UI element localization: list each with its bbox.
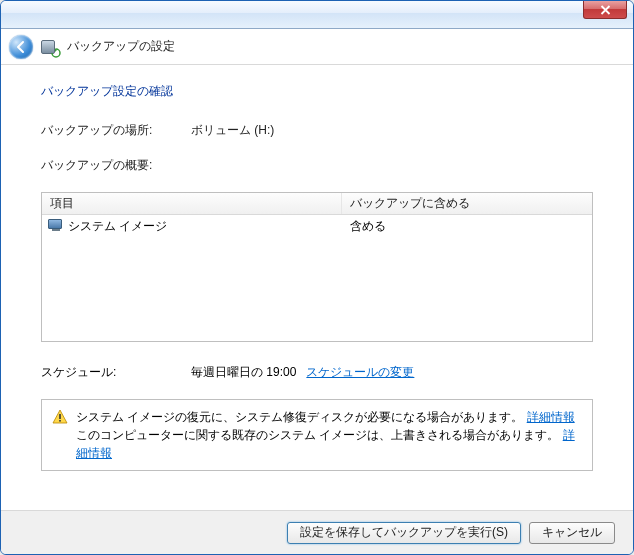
row-item-include: 含める (342, 218, 592, 235)
system-image-icon (48, 219, 64, 233)
schedule-row: スケジュール: 毎週日曜日の 19:00 スケジュールの変更 (41, 364, 593, 381)
warning-line2: このコンピューターに関する既存のシステム イメージは、上書きされる場合があります… (76, 428, 559, 442)
titlebar (1, 1, 633, 29)
close-icon (600, 5, 611, 15)
header-title: バックアップの設定 (67, 38, 175, 55)
backup-icon (41, 38, 59, 56)
location-value: ボリューム (H:) (191, 122, 274, 139)
warning-link-1[interactable]: 詳細情報 (527, 410, 575, 424)
warning-line1: システム イメージの復元に、システム修復ディスクが必要になる場合があります。 (76, 410, 523, 424)
warning-text: システム イメージの復元に、システム修復ディスクが必要になる場合があります。 詳… (76, 408, 582, 462)
warning-box: システム イメージの復元に、システム修復ディスクが必要になる場合があります。 詳… (41, 399, 593, 471)
column-header-item[interactable]: 項目 (42, 193, 342, 214)
column-header-include[interactable]: バックアップに含める (342, 195, 592, 212)
location-label: バックアップの場所: (41, 122, 191, 139)
dialog-window: バックアップの設定 バックアップ設定の確認 バックアップの場所: ボリューム (… (0, 0, 634, 555)
svg-rect-0 (59, 414, 61, 419)
back-button[interactable] (9, 35, 33, 59)
row-item-name: システム イメージ (68, 218, 167, 235)
warning-icon (52, 409, 68, 425)
summary-label: バックアップの概要: (41, 157, 191, 174)
content-area: バックアップ設定の確認 バックアップの場所: ボリューム (H:) バックアップ… (1, 65, 633, 471)
cancel-button[interactable]: キャンセル (529, 522, 615, 544)
back-arrow-icon (14, 40, 28, 54)
change-schedule-link[interactable]: スケジュールの変更 (306, 364, 414, 381)
backup-location-row: バックアップの場所: ボリューム (H:) (41, 122, 593, 139)
summary-label-row: バックアップの概要: (41, 157, 593, 174)
list-header: 項目 バックアップに含める (42, 193, 592, 215)
close-button[interactable] (583, 1, 627, 19)
header-bar: バックアップの設定 (1, 29, 633, 65)
footer: 設定を保存してバックアップを実行(S) キャンセル (1, 510, 633, 554)
svg-rect-1 (59, 420, 61, 422)
section-title: バックアップ設定の確認 (41, 83, 593, 100)
summary-list: 項目 バックアップに含める システム イメージ 含める (41, 192, 593, 342)
table-row[interactable]: システム イメージ 含める (42, 215, 592, 235)
save-run-button[interactable]: 設定を保存してバックアップを実行(S) (287, 522, 521, 544)
schedule-label: スケジュール: (41, 364, 191, 381)
schedule-value: 毎週日曜日の 19:00 (191, 364, 296, 381)
